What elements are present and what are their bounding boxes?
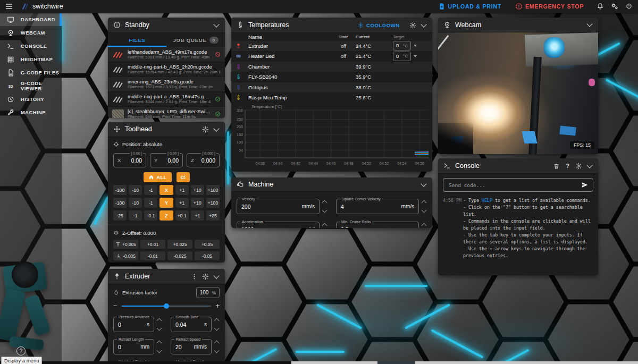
step-up-icon[interactable] bbox=[422, 200, 427, 206]
send-icon[interactable] bbox=[581, 181, 589, 189]
preset-dropdown-icon[interactable] bbox=[414, 45, 417, 47]
jog-axis-x[interactable]: X bbox=[160, 185, 173, 195]
step-up-icon[interactable] bbox=[422, 223, 427, 228]
jog-button[interactable]: -25 bbox=[113, 210, 127, 221]
jog-button[interactable]: -0.1 bbox=[144, 210, 157, 221]
step-up-icon[interactable] bbox=[157, 341, 162, 346]
z-offset-button[interactable]: +0.005 bbox=[113, 240, 138, 249]
slider-knob[interactable] bbox=[164, 303, 169, 309]
cooldown-button[interactable]: COOLDOWN bbox=[358, 22, 400, 28]
jog-button[interactable]: -10 bbox=[129, 185, 142, 195]
jog-button[interactable]: +100 bbox=[206, 185, 220, 195]
position-input-z[interactable]: [ 0.000 ]Z0.000 bbox=[187, 153, 220, 167]
interface-settings-cogs-icon[interactable] bbox=[611, 3, 618, 10]
machine-input[interactable]: Square Corner Velocity4mm/s bbox=[336, 199, 419, 214]
temperature-row-chamber[interactable]: Chamber39.9°C bbox=[231, 62, 432, 72]
upload-print-button[interactable]: UPLOAD & PRINT bbox=[438, 3, 501, 10]
gear-icon[interactable] bbox=[409, 22, 416, 29]
power-icon[interactable] bbox=[625, 3, 633, 10]
jog-button[interactable]: +0.1 bbox=[175, 210, 189, 221]
home-all-button[interactable]: ALL bbox=[144, 172, 172, 182]
preset-dropdown-icon[interactable] bbox=[414, 55, 417, 57]
step-down-icon[interactable] bbox=[157, 348, 162, 353]
z-offset-button[interactable]: +0.025 bbox=[167, 240, 192, 249]
collapse-chevron-icon[interactable] bbox=[586, 162, 592, 168]
tab-files[interactable]: FILES bbox=[108, 33, 166, 47]
z-offset-button[interactable]: -0.005 bbox=[113, 251, 138, 260]
step-down-icon[interactable] bbox=[422, 208, 427, 213]
help-command-link[interactable]: HELP bbox=[482, 198, 492, 203]
step-up-icon[interactable] bbox=[322, 200, 328, 206]
file-row[interactable]: middle-ring-part-a_ABS_18m47s.gcodeFilam… bbox=[108, 92, 225, 107]
extruder-input[interactable]: Retract Length0mm bbox=[113, 339, 154, 354]
step-up-icon[interactable] bbox=[214, 341, 220, 346]
extrusion-factor-input[interactable]: 100% bbox=[196, 287, 220, 298]
extruder-input[interactable]: Pressure Advance0s bbox=[113, 317, 154, 332]
step-down-icon[interactable] bbox=[322, 208, 328, 213]
gear-icon[interactable] bbox=[202, 273, 209, 280]
temperature-row-fly-sb2040[interactable]: FLY-SB204035.9°C bbox=[231, 72, 432, 83]
extrusion-factor-slider[interactable] bbox=[122, 306, 212, 307]
console-input[interactable] bbox=[448, 182, 577, 189]
jog-button[interactable]: +25 bbox=[206, 210, 220, 221]
z-offset-button[interactable]: -0.01 bbox=[140, 251, 165, 260]
collapse-chevron-icon[interactable] bbox=[213, 125, 219, 131]
jog-button[interactable]: +1 bbox=[175, 198, 189, 208]
sidebar-item-machine[interactable]: MACHINE bbox=[0, 106, 62, 119]
jog-button[interactable]: -10 bbox=[129, 198, 142, 208]
extruder-input[interactable]: Smooth Time0.04s bbox=[171, 317, 212, 332]
tab-job-queue[interactable]: JOB QUEUE0 bbox=[166, 33, 225, 47]
target-temp-input[interactable]: 0°C bbox=[393, 52, 411, 61]
temperature-row-heater-bed[interactable]: Heater Bedoff21.4°C0°C bbox=[231, 52, 432, 62]
collapse-chevron-icon[interactable] bbox=[421, 21, 426, 27]
file-row[interactable]: middle-ring-part-b_ABS_2h20m.gcodeFilame… bbox=[108, 62, 225, 77]
motors-off-button[interactable] bbox=[177, 172, 190, 182]
command-help-icon[interactable]: ? bbox=[566, 163, 569, 169]
notifications-bell-icon[interactable] bbox=[597, 3, 604, 10]
z-offset-button[interactable]: +0.01 bbox=[140, 240, 165, 249]
jog-button[interactable]: -100 bbox=[113, 185, 127, 195]
jog-button[interactable]: -100 bbox=[113, 198, 127, 208]
sidebar-item-gcode-files[interactable]: G-CODE FILES bbox=[0, 66, 62, 79]
gear-icon[interactable] bbox=[575, 163, 582, 170]
jog-button[interactable]: +10 bbox=[191, 198, 204, 208]
collapse-chevron-icon[interactable] bbox=[586, 21, 592, 27]
temperature-row-extruder[interactable]: Extruderoff24.4°C0°C bbox=[231, 41, 432, 52]
jog-button[interactable]: -1 bbox=[129, 210, 142, 221]
z-offset-button[interactable]: -0.025 bbox=[167, 251, 192, 260]
temperature-row-octopus[interactable]: Octopus38.0°C bbox=[231, 82, 432, 93]
jog-button[interactable]: +10 bbox=[191, 185, 204, 195]
file-row[interactable]: inner-ring_ABS_23m8s.gcodeFilament: 1573… bbox=[108, 77, 225, 92]
sidebar-item-webcam[interactable]: WEBCAM bbox=[0, 26, 62, 39]
sidebar-item-gcode-viewer[interactable]: 3DG-CODE VIEWER bbox=[0, 79, 62, 92]
step-up-icon[interactable] bbox=[214, 318, 220, 324]
jog-button[interactable]: -1 bbox=[144, 198, 157, 208]
machine-input[interactable]: Acceleration1000mm/s² bbox=[237, 222, 320, 228]
emergency-stop-button[interactable]: EMERGENCY STOP bbox=[515, 3, 584, 10]
temperature-row-raspi-mcu-temp[interactable]: Raspi Mcu Temp25.6°C bbox=[231, 93, 432, 104]
position-input-y[interactable]: [ 0.00 ]Y0.00 bbox=[150, 153, 183, 167]
menu-icon[interactable] bbox=[5, 2, 13, 11]
gear-icon[interactable] bbox=[202, 126, 209, 133]
position-input-x[interactable]: [ 0.00 ]X0.00 bbox=[113, 153, 146, 167]
jog-axis-y[interactable]: Y bbox=[160, 198, 173, 208]
collapse-chevron-icon[interactable] bbox=[213, 21, 219, 27]
file-row[interactable]: [c]_stealthburner_LED_diffuser-Switchwir… bbox=[108, 107, 225, 118]
step-up-icon[interactable] bbox=[322, 223, 328, 228]
file-row[interactable]: lefthandedarm_ABS_49m17s.gcodeFilament: … bbox=[108, 47, 225, 62]
step-down-icon[interactable] bbox=[214, 326, 220, 331]
jog-button[interactable]: +1 bbox=[191, 210, 204, 221]
jog-button[interactable]: -1 bbox=[144, 185, 157, 195]
sidebar-item-history[interactable]: HISTORY bbox=[0, 92, 62, 106]
step-down-icon[interactable] bbox=[214, 348, 220, 353]
machine-input[interactable]: Velocity200mm/s bbox=[237, 199, 320, 214]
z-offset-button[interactable]: +0.05 bbox=[195, 240, 220, 249]
decrease-button[interactable]: − bbox=[113, 303, 117, 309]
jog-button[interactable]: +1 bbox=[175, 185, 189, 195]
collapse-chevron-icon[interactable] bbox=[213, 273, 219, 278]
step-up-icon[interactable] bbox=[157, 318, 162, 324]
sidebar-item-console[interactable]: CONSOLE bbox=[0, 39, 62, 53]
target-temp-input[interactable]: 0°C bbox=[393, 41, 411, 50]
increase-button[interactable]: + bbox=[215, 303, 220, 309]
z-offset-button[interactable]: -0.05 bbox=[195, 251, 220, 260]
